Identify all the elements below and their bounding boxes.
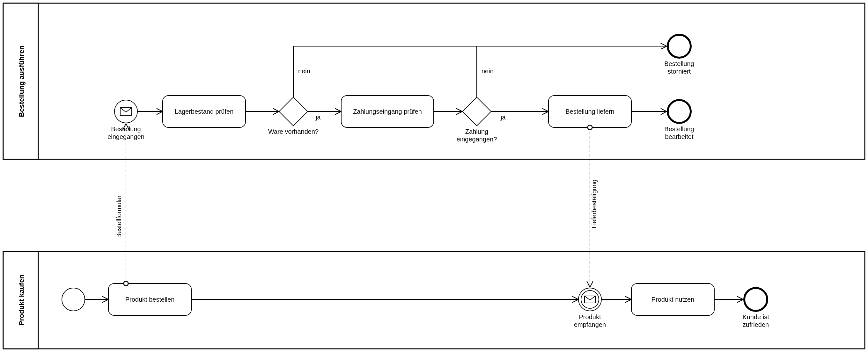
- svg-point-8: [668, 35, 691, 58]
- task-lagerbestand-label: Lagerbestand prüfen: [175, 108, 234, 115]
- task-liefern-label: Bestellung liefern: [565, 108, 614, 115]
- svg-point-12: [62, 288, 85, 311]
- end-kunde-label-2: zufrieden: [743, 321, 769, 328]
- end1-label-2: storniert: [668, 68, 691, 75]
- gw2-yes-label: ja: [500, 114, 506, 121]
- svg-point-18: [744, 288, 767, 311]
- task-nutzen-label: Produkt nutzen: [651, 296, 694, 303]
- msg-delivery-label: Lieferbestätigung: [591, 179, 597, 228]
- task-bestellen-label: Produkt bestellen: [125, 296, 175, 303]
- gateway2-label-1: Zahlung: [465, 128, 488, 135]
- start-event-kunde: [62, 288, 85, 311]
- message-icon: [585, 296, 595, 303]
- task-bestellung-liefern: Bestellung liefern: [549, 96, 631, 128]
- gateway1-label: Ware vorhanden?: [268, 128, 318, 135]
- gw1-no-label: nein: [298, 68, 310, 75]
- recv-label-1: Produkt: [579, 313, 601, 320]
- pool-bottom-label: Produkt kaufen: [18, 275, 26, 325]
- end-kunde-label-1: Kunde ist: [742, 313, 769, 320]
- svg-point-9: [668, 100, 691, 123]
- end2-label-2: bearbeitet: [665, 133, 693, 140]
- pool-top-label: Bestellung ausführen: [18, 45, 26, 117]
- gw2-no-label: nein: [482, 68, 494, 75]
- task-zahlung-label: Zahlungseingang prüfen: [353, 108, 422, 115]
- task-lagerbestand-pruefen: Lagerbestand prüfen: [163, 96, 246, 128]
- recv-label-2: empfangen: [574, 321, 606, 328]
- task-produkt-nutzen: Produkt nutzen: [631, 283, 714, 315]
- gateway2-label-2: eingegangen?: [457, 136, 497, 143]
- message-icon: [120, 108, 132, 115]
- task-zahlungseingang-pruefen: Zahlungseingang prüfen: [341, 96, 434, 128]
- msg-order-label: Bestellformular: [116, 195, 122, 238]
- task-produkt-bestellen: Produkt bestellen: [108, 283, 191, 315]
- end2-label-1: Bestellung: [664, 126, 694, 133]
- gw1-yes-label: ja: [315, 114, 321, 121]
- end1-label-1: Bestellung: [664, 60, 694, 67]
